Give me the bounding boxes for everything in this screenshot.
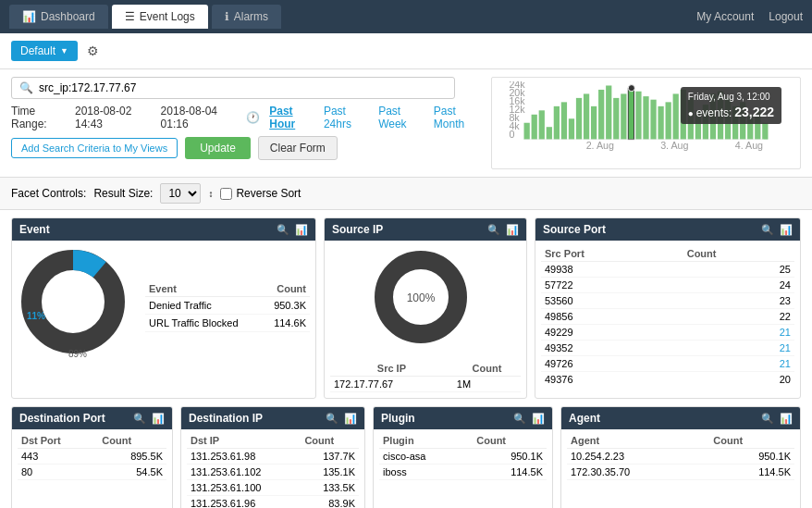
- source-port-body: Src Port Count 4993825 5772224 5356023 4…: [535, 241, 800, 384]
- donut-label-89: 89%: [68, 349, 87, 359]
- event-col-header: Event: [145, 281, 262, 297]
- dst-ip-count: 135.1K: [301, 465, 359, 480]
- dst-port-search-icon[interactable]: 🔍: [133, 413, 146, 425]
- source-ip-chart-icon[interactable]: 📊: [506, 224, 519, 236]
- source-port-chart-icon[interactable]: 📊: [780, 224, 793, 236]
- port-count: 22: [683, 309, 794, 325]
- port-count: 24: [683, 278, 794, 293]
- plugin-icons: 🔍 📊: [513, 413, 545, 425]
- src-ip-count-header: Count: [453, 361, 521, 377]
- reverse-sort-checkbox[interactable]: [220, 188, 232, 200]
- dst-port-col-header: Dst Port: [18, 433, 98, 449]
- agent-count: 114.5K: [709, 465, 794, 480]
- dst-port-body: Dst Port Count 443 895.5K 80 54.5K: [12, 429, 172, 484]
- my-account-link[interactable]: My Account: [696, 10, 754, 23]
- nav-tab-alarms-label: Alarms: [234, 10, 268, 23]
- add-search-button[interactable]: Add Search Criteria to My Views: [11, 138, 178, 158]
- gear-icon[interactable]: ⚙: [87, 43, 99, 58]
- svg-text:100%: 100%: [407, 291, 436, 304]
- source-port-icons: 🔍 📊: [761, 224, 793, 236]
- dst-ip-value: 131.253.61.100: [187, 480, 301, 496]
- event-panel-title: Event: [19, 223, 50, 236]
- source-ip-body: 100% Src IP Count 172.17.77.67 1M: [325, 241, 526, 398]
- plugin-chart-icon[interactable]: 📊: [532, 413, 545, 425]
- table-row: 131.253.61.100 133.5K: [187, 480, 359, 496]
- agent-chart-icon[interactable]: 📊: [780, 413, 793, 425]
- source-ip-donut-svg: 100%: [370, 246, 472, 348]
- source-port-title: Source Port: [543, 223, 606, 236]
- source-ip-donut: 100%: [370, 246, 481, 357]
- source-port-panel: Source Port 🔍 📊 Src Port Count 4993825 5…: [535, 217, 801, 399]
- past-week-link[interactable]: Past Week: [378, 105, 426, 130]
- nav-tab-dashboard[interactable]: 📊 Dashboard: [9, 5, 108, 29]
- port-value: 49726: [541, 356, 683, 372]
- port-value: 49376: [541, 372, 683, 385]
- dst-ip-search-icon[interactable]: 🔍: [326, 413, 338, 425]
- time-start: 2018-08-02 14:43: [75, 105, 154, 130]
- time-range-label: Time Range:: [11, 105, 68, 130]
- dst-ip-icons: 🔍 📊: [326, 413, 357, 425]
- plugin-panel: Plugin 🔍 📊 Plugin Count cisco-asa 950.1K: [373, 406, 553, 508]
- dst-ip-chart-icon[interactable]: 📊: [344, 413, 357, 425]
- port-count: 25: [683, 262, 794, 278]
- table-row: 172.30.35.70 114.5K: [567, 465, 794, 480]
- nav-tabs: 📊 Dashboard ☰ Event Logs ℹ Alarms: [9, 5, 281, 29]
- src-ip-value: 172.17.77.67: [330, 377, 453, 392]
- dst-port-chart-icon[interactable]: 📊: [152, 413, 165, 425]
- past-hour-link[interactable]: Past Hour: [269, 105, 316, 130]
- port-value: 57722: [541, 278, 683, 293]
- agent-search-icon[interactable]: 🔍: [761, 413, 774, 425]
- dst-ip-value: 131.253.61.96: [187, 496, 301, 509]
- event-search-icon[interactable]: 🔍: [277, 224, 289, 236]
- search-left: 🔍 Time Range: 2018-08-02 14:43 2018-08-0…: [11, 77, 484, 160]
- past-month-link[interactable]: Past Month: [434, 105, 484, 130]
- table-row: 131.253.61.96 83.9K: [187, 496, 359, 509]
- port-value: 49856: [541, 309, 683, 325]
- dst-ip-count: 133.5K: [301, 480, 359, 496]
- plugin-search-icon[interactable]: 🔍: [513, 413, 526, 425]
- table-row: 443 895.5K: [18, 449, 166, 465]
- nav-tab-alarms[interactable]: ℹ Alarms: [212, 5, 281, 29]
- event-chart-icon[interactable]: 📊: [295, 224, 308, 236]
- nav-tab-event-logs[interactable]: ☰ Event Logs: [112, 5, 208, 29]
- table-row: 4972621: [541, 356, 794, 372]
- count-col-header: Count: [262, 281, 310, 297]
- port-count: 20: [683, 372, 794, 385]
- source-ip-title: Source IP: [332, 223, 383, 236]
- clear-form-button[interactable]: Clear Form: [258, 136, 338, 160]
- past-24hrs-link[interactable]: Past 24hrs: [324, 105, 371, 130]
- clock-icon: 🕐: [246, 111, 260, 124]
- default-button[interactable]: Default ▼: [11, 41, 78, 61]
- table-row: 4937620: [541, 372, 794, 385]
- agent-count-header: Count: [709, 433, 794, 449]
- search-icon: 🔍: [19, 81, 33, 94]
- svg-rect-12: [561, 102, 567, 139]
- search-input[interactable]: [39, 81, 447, 94]
- tooltip-count: 23,222: [734, 105, 774, 119]
- event-name: URL Traffic Blocked: [145, 314, 262, 331]
- source-port-panel-header: Source Port 🔍 📊: [535, 218, 800, 241]
- source-ip-table: Src IP Count 172.17.77.67 1M: [330, 361, 521, 392]
- svg-text:2. Aug: 2. Aug: [586, 140, 614, 151]
- search-row: 🔍: [11, 77, 484, 99]
- reverse-sort-label[interactable]: Reverse Sort: [220, 187, 301, 200]
- chart-area: 24k 20k 16k 12k 8k 4k 0: [491, 77, 801, 169]
- bottom-panels-row: Destination Port 🔍 📊 Dst Port Count 443 …: [11, 406, 801, 508]
- event-panel-icons: 🔍 📊: [277, 224, 308, 236]
- table-row: URL Traffic Blocked 114.6K: [145, 314, 310, 331]
- table-row: 4935221: [541, 341, 794, 356]
- svg-rect-18: [606, 85, 611, 139]
- source-port-search-icon[interactable]: 🔍: [761, 224, 774, 236]
- result-size-select[interactable]: 10 25 50: [160, 183, 201, 204]
- event-logs-icon: ☰: [125, 10, 135, 23]
- svg-rect-10: [547, 127, 552, 139]
- svg-point-48: [45, 274, 101, 329]
- update-button[interactable]: Update: [185, 137, 251, 159]
- plugin-body: Plugin Count cisco-asa 950.1K iboss 114.…: [374, 429, 552, 484]
- svg-rect-19: [613, 98, 619, 140]
- reverse-sort-text: Reverse Sort: [236, 187, 301, 200]
- logout-link[interactable]: Logout: [769, 10, 803, 23]
- source-ip-search-icon[interactable]: 🔍: [487, 224, 500, 236]
- tooltip-count-row: ● events: 23,222: [688, 105, 774, 119]
- event-count: 114.6K: [262, 314, 310, 331]
